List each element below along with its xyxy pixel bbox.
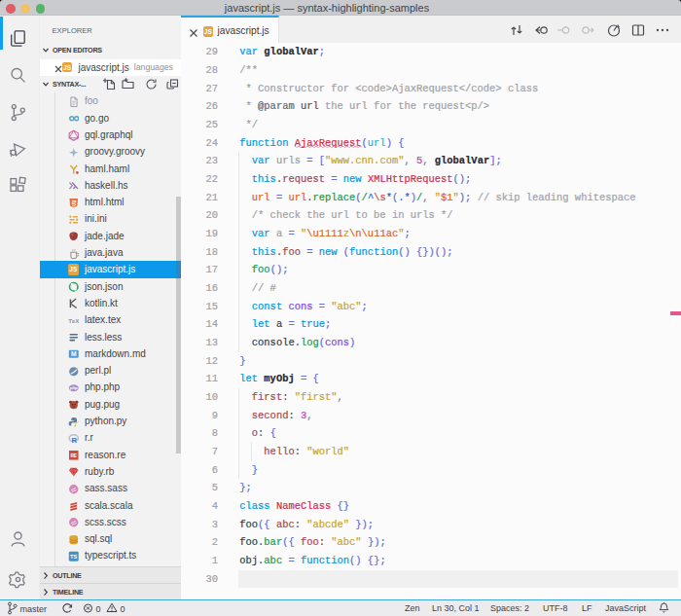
- svg-text:TᴇX: TᴇX: [68, 317, 79, 324]
- svg-text:R: R: [71, 436, 77, 444]
- svg-text:RE: RE: [70, 453, 77, 458]
- svg-text:php: php: [69, 385, 77, 390]
- svg-text:M: M: [70, 351, 76, 358]
- svg-text:TS: TS: [70, 554, 78, 560]
